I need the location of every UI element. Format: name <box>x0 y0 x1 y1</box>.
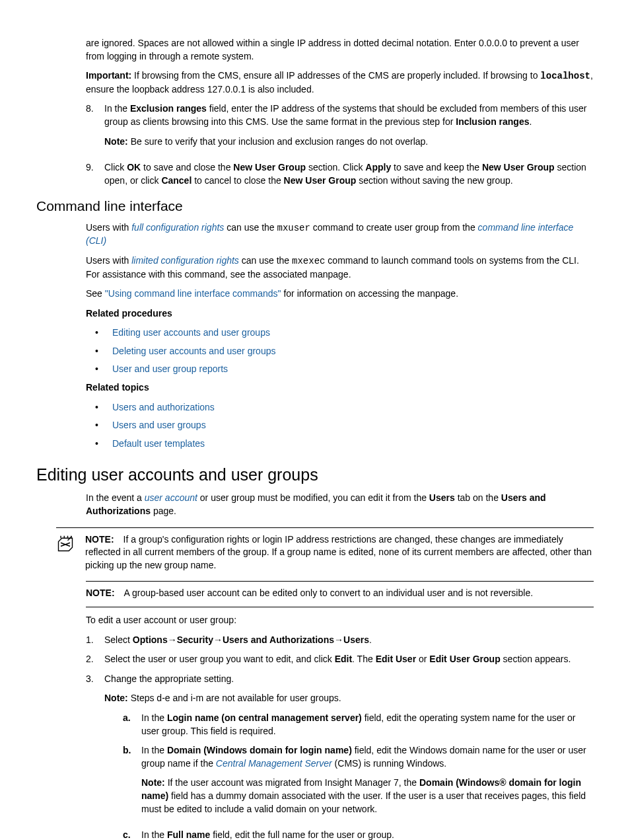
edit-step-2: 2. Select the user or user group you wan… <box>86 653 594 666</box>
steps-8-9: 8. In the Exclusion ranges field, enter … <box>86 102 594 187</box>
list-item: Users and user groups <box>92 419 594 432</box>
cli-p2: Users with limited configuration rights … <box>86 254 594 281</box>
important-label: Important: <box>86 70 131 81</box>
related-procedures-list: Editing user accounts and user groups De… <box>92 326 594 376</box>
intro-paragraph: In the event a user account or user grou… <box>86 492 594 517</box>
users-user-groups-link[interactable]: Users and user groups <box>112 419 206 432</box>
user-group-reports-link[interactable]: User and user group reports <box>112 363 228 376</box>
editing-user-accounts-link[interactable]: Editing user accounts and user groups <box>112 326 270 340</box>
list-item: Default user templates <box>92 438 594 451</box>
substep-b: b. In the Domain (Windows domain for log… <box>123 744 594 822</box>
paragraph: are ignored. Spaces are not allowed with… <box>86 37 594 63</box>
substep-c: c. In the Full name field, edit the full… <box>123 829 594 840</box>
note-label: NOTE: <box>86 588 115 598</box>
default-user-templates-link[interactable]: Default user templates <box>112 438 205 451</box>
cli-commands-link[interactable]: "Using command line interface commands" <box>105 288 281 299</box>
list-item: Editing user accounts and user groups <box>92 326 594 340</box>
note-icon <box>56 533 85 557</box>
cli-heading: Command line interface <box>36 196 594 215</box>
list-item: Deleting user accounts and user groups <box>92 345 594 358</box>
step-9: 9. Click OK to save and close the New Us… <box>86 161 594 187</box>
edit-step-1: 1. Select Options→Security→Users and Aut… <box>86 634 594 647</box>
related-topics-list: Users and authorizations Users and user … <box>92 401 594 451</box>
editing-section: In the event a user account or user grou… <box>86 492 594 517</box>
limited-config-rights-link[interactable]: limited configuration rights <box>131 255 239 266</box>
substep-a: a. In the Login name (on central managem… <box>123 712 594 738</box>
edit-step-3: 3. Change the appropriate setting. Note:… <box>86 673 594 840</box>
top-continuation: are ignored. Spaces are not allowed with… <box>86 37 594 96</box>
note-text: If a group's configuration rights or log… <box>85 534 592 570</box>
user-account-link[interactable]: user account <box>145 492 197 503</box>
list-item: Users and authorizations <box>92 401 594 414</box>
deleting-user-accounts-link[interactable]: Deleting user accounts and user groups <box>112 345 275 358</box>
note-text: A group-based user account can be edited… <box>124 588 534 598</box>
list-item: User and user group reports <box>92 363 594 376</box>
edit-steps-list: 1. Select Options→Security→Users and Aut… <box>86 634 594 840</box>
important-paragraph: Important: If browsing from the CMS, ens… <box>86 69 594 96</box>
cms-link[interactable]: Central Management Server <box>216 758 332 769</box>
cli-p3: See "Using command line interface comman… <box>86 287 594 301</box>
related-procedures-heading: Related procedures <box>86 307 594 321</box>
note-block-2: NOTE:A group-based user account can be e… <box>86 581 594 607</box>
editing-heading: Editing user accounts and user groups <box>36 463 594 486</box>
note-label: NOTE: <box>85 534 114 545</box>
cli-section: Users with full configuration rights can… <box>86 221 594 451</box>
substeps-list: a. In the Login name (on central managem… <box>123 712 594 840</box>
cli-p1: Users with full configuration rights can… <box>86 221 594 248</box>
note-block-1: NOTE:If a group's configuration rights o… <box>56 527 594 572</box>
users-authorizations-link[interactable]: Users and authorizations <box>112 401 215 414</box>
step-8: 8. In the Exclusion ranges field, enter … <box>86 102 594 155</box>
full-config-rights-link[interactable]: full configuration rights <box>131 222 224 233</box>
related-topics-heading: Related topics <box>86 381 594 395</box>
lead-paragraph: To edit a user account or user group: <box>86 614 594 627</box>
